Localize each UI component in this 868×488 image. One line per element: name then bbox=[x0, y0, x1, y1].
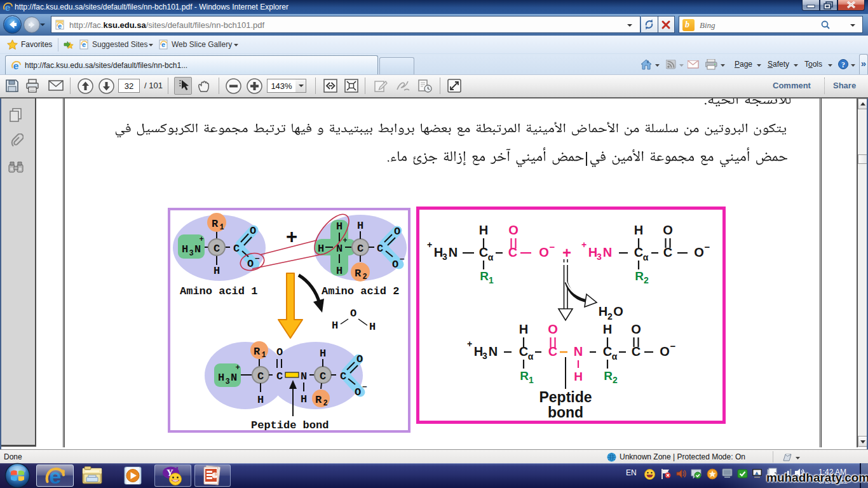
svg-text:2: 2 bbox=[323, 399, 327, 408]
svg-text:?: ? bbox=[841, 60, 845, 69]
svg-text:Amino acid 2: Amino acid 2 bbox=[322, 285, 399, 297]
svg-text:−: − bbox=[705, 241, 710, 252]
svg-text:O: O bbox=[694, 245, 704, 259]
svg-text:3: 3 bbox=[189, 249, 193, 258]
svg-text:C: C bbox=[548, 344, 557, 358]
svg-text:H: H bbox=[357, 220, 363, 232]
svg-text:H: H bbox=[599, 304, 607, 318]
svg-text:1: 1 bbox=[261, 351, 266, 360]
svg-text:O: O bbox=[663, 223, 673, 237]
svg-text:3: 3 bbox=[225, 377, 229, 386]
svg-text:O: O bbox=[392, 259, 398, 271]
svg-text:C: C bbox=[340, 370, 346, 383]
svg-text:−: − bbox=[670, 341, 676, 351]
svg-text:R: R bbox=[635, 269, 644, 283]
svg-text:H: H bbox=[519, 322, 528, 336]
svg-text:1: 1 bbox=[219, 223, 224, 232]
svg-text:N: N bbox=[574, 344, 583, 358]
svg-text:O: O bbox=[356, 353, 363, 365]
svg-text:O: O bbox=[539, 245, 549, 259]
svg-text:C: C bbox=[357, 243, 363, 255]
svg-text:O: O bbox=[548, 322, 558, 336]
svg-text:Peptide bond: Peptide bond bbox=[251, 419, 329, 430]
svg-text:O: O bbox=[660, 344, 670, 358]
svg-text:+: + bbox=[467, 339, 472, 349]
svg-text:R: R bbox=[212, 218, 219, 230]
svg-text:−: − bbox=[400, 255, 405, 264]
svg-text:C: C bbox=[257, 370, 264, 383]
svg-text:R: R bbox=[315, 394, 322, 406]
svg-text:2: 2 bbox=[644, 275, 649, 285]
svg-text:R: R bbox=[254, 346, 261, 358]
svg-text:N: N bbox=[301, 370, 307, 383]
svg-text:N: N bbox=[489, 344, 498, 358]
svg-text:2: 2 bbox=[362, 273, 367, 281]
svg-text:C: C bbox=[233, 243, 240, 255]
svg-text:−: − bbox=[550, 241, 555, 252]
svg-text:2: 2 bbox=[613, 375, 618, 385]
svg-text:1: 1 bbox=[489, 275, 494, 285]
svg-text:+: + bbox=[199, 235, 203, 244]
svg-text:R: R bbox=[520, 369, 529, 383]
svg-text:H: H bbox=[474, 344, 483, 358]
svg-text:R: R bbox=[480, 269, 489, 283]
svg-text:−: − bbox=[362, 383, 367, 392]
svg-text:O: O bbox=[613, 304, 623, 318]
svg-text:O: O bbox=[394, 226, 400, 238]
svg-text:R: R bbox=[355, 268, 362, 280]
svg-text:H: H bbox=[182, 243, 188, 255]
svg-text:Amino acid 1: Amino acid 1 bbox=[180, 285, 257, 297]
svg-text:+: + bbox=[581, 240, 587, 250]
svg-text:O: O bbox=[276, 346, 283, 358]
svg-text:α: α bbox=[488, 252, 494, 262]
svg-text:1: 1 bbox=[529, 375, 534, 385]
svg-text:H: H bbox=[479, 223, 488, 237]
svg-text:+: + bbox=[235, 363, 240, 372]
svg-text:C: C bbox=[276, 370, 283, 383]
svg-text:C: C bbox=[377, 243, 383, 255]
svg-text:H: H bbox=[588, 245, 597, 259]
svg-text:H: H bbox=[318, 243, 324, 255]
svg-text:O: O bbox=[631, 322, 641, 336]
svg-text:H: H bbox=[434, 245, 443, 259]
svg-text:H: H bbox=[603, 322, 612, 336]
svg-text:H: H bbox=[214, 265, 220, 277]
svg-text:H: H bbox=[320, 348, 326, 360]
svg-text:O: O bbox=[508, 223, 519, 237]
svg-text:H: H bbox=[301, 393, 307, 405]
svg-text:+: + bbox=[286, 226, 297, 248]
svg-text:H: H bbox=[218, 372, 224, 384]
svg-text:O: O bbox=[250, 225, 256, 237]
svg-text:3: 3 bbox=[597, 252, 602, 262]
svg-text:α: α bbox=[643, 252, 649, 262]
svg-text:+: + bbox=[562, 244, 571, 261]
svg-text:H: H bbox=[336, 265, 342, 277]
svg-text:C: C bbox=[214, 243, 220, 255]
svg-text:N: N bbox=[603, 245, 612, 259]
svg-text:R: R bbox=[604, 369, 613, 383]
svg-text:+: + bbox=[342, 236, 347, 245]
svg-text:α: α bbox=[528, 351, 534, 362]
svg-text:O: O bbox=[355, 386, 361, 398]
svg-text:3: 3 bbox=[442, 252, 447, 262]
svg-text:C: C bbox=[663, 245, 672, 259]
svg-text:N: N bbox=[194, 243, 201, 255]
svg-text:H: H bbox=[574, 370, 583, 383]
svg-text:H: H bbox=[634, 223, 643, 237]
svg-text:α: α bbox=[612, 351, 618, 362]
svg-text:+: + bbox=[427, 240, 432, 250]
svg-text:C: C bbox=[632, 344, 641, 358]
svg-text:O: O bbox=[350, 308, 356, 320]
svg-text:N: N bbox=[449, 245, 458, 259]
svg-text:Peptide: Peptide bbox=[539, 389, 592, 405]
svg-text:bond: bond bbox=[548, 404, 583, 421]
svg-text:H: H bbox=[257, 394, 264, 406]
svg-text:H: H bbox=[369, 321, 376, 333]
svg-text:C: C bbox=[320, 370, 326, 383]
svg-text:H: H bbox=[332, 320, 338, 332]
svg-text:−: − bbox=[255, 254, 260, 264]
svg-text:N: N bbox=[231, 372, 237, 384]
svg-text:3: 3 bbox=[482, 351, 487, 361]
svg-text:2: 2 bbox=[607, 311, 613, 322]
svg-text:H: H bbox=[336, 220, 342, 233]
